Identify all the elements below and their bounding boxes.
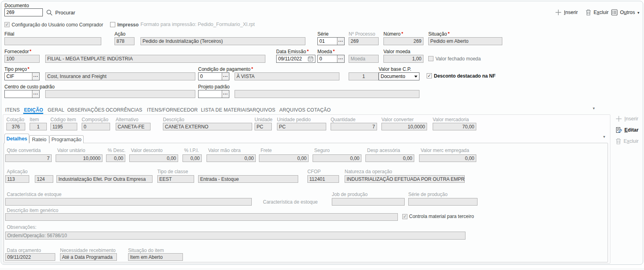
valor-base-cp-select[interactable]: Documento [379, 72, 419, 80]
valor-merc-empregada-label: Valor merc empregada [421, 148, 469, 153]
excluir-button[interactable]: Excluir [586, 9, 609, 16]
serie-input[interactable]: 01 ··· [317, 37, 345, 45]
descricao-input: CANETA EXTERNO [163, 123, 252, 130]
active-tab-underline [23, 113, 43, 114]
moeda-desc-input: Moeda [349, 55, 379, 63]
condicao-pagamento-code-input[interactable]: 0 ··· [198, 72, 229, 80]
controla-material-label: Controla material para terceiro [409, 214, 474, 219]
moeda-lookup-button[interactable]: ··· [337, 55, 344, 62]
unidade-pedido-input: PC [277, 123, 326, 130]
serie-producao-input [408, 198, 477, 206]
subtab-detalhes[interactable]: Detalhes [4, 134, 29, 143]
seguro-label: Seguro [314, 148, 330, 153]
tipo-preco-label: Tipo preço [4, 67, 29, 72]
tab-lista-materiais[interactable]: LISTA DE MATERIAIS [201, 107, 250, 113]
cotacao-label: Cotação [6, 117, 24, 122]
tab-edicao[interactable]: EDIÇÃO [24, 107, 43, 113]
projeto-desc-input [235, 90, 419, 98]
tab-itens[interactable]: ITENS [5, 107, 20, 113]
trash-icon [586, 9, 591, 16]
inserir-label: Inserir [564, 10, 578, 15]
data-orcamento-label: Data orçamento [7, 248, 41, 253]
desconto-nf-checkbox[interactable] [427, 73, 432, 78]
tab-arquivos-cotacao[interactable]: ARQUIVOS COTAÇÃO [279, 107, 331, 113]
documento-label: Documento [4, 3, 29, 8]
necessidade-recebimento-label: Necessidade recebimento [60, 248, 116, 253]
item-input: 1 [30, 123, 47, 130]
item-excluir-button[interactable]: Excluir [616, 138, 639, 144]
job-producao-label: Job de produção [332, 192, 367, 197]
subtab-rateio[interactable]: Rateio [29, 135, 49, 143]
serie-label: Série [317, 32, 329, 37]
valor-mercadoria-input: 70,00 [433, 123, 476, 130]
centro-custo-code-input[interactable]: ··· [4, 90, 40, 98]
qtde-convertida-input: 7 [5, 154, 52, 162]
numero-label: Número [383, 32, 403, 37]
tipo-classe-code-input: EEST [157, 175, 194, 183]
inserir-button[interactable]: Inserir [555, 9, 578, 16]
job-producao-input [332, 198, 405, 206]
procurar-label: Procurar [55, 10, 75, 16]
item-label: Item [30, 117, 39, 122]
tab-geral[interactable]: GERAL [48, 107, 64, 113]
documento-input[interactable]: 269 [4, 8, 43, 16]
cfop-input: 112401 [307, 175, 339, 183]
valor-moeda-label: Valor moeda [383, 49, 410, 54]
select-caret-icon [414, 76, 417, 78]
item-editar-label: Editar [624, 127, 638, 133]
calendar-icon[interactable] [308, 56, 313, 62]
impresso-checkbox[interactable] [110, 22, 115, 27]
required-dot [251, 67, 253, 69]
projeto-code-input[interactable]: ··· [198, 90, 229, 98]
header-collapse-caret[interactable]: ▾ [593, 106, 595, 110]
aplicacao-code1-input: 113 [5, 175, 29, 183]
situacao-input: Pedido em Aberto [428, 37, 502, 45]
plus-icon [555, 9, 562, 16]
outros-button[interactable]: Outros ▾ [611, 9, 640, 16]
projeto-lookup-button[interactable]: ··· [222, 90, 229, 98]
projeto-label: Projeto padrão [198, 84, 230, 90]
window-bottom-divider [0, 269, 644, 269]
data-emissao-input[interactable]: 09/11/2022 [276, 55, 315, 63]
subtab-programacao[interactable]: Programação [49, 135, 84, 143]
outros-caret-icon: ▾ [638, 10, 640, 15]
unidade-label: Unidade [255, 117, 273, 122]
situacao-label: Situação [428, 32, 449, 37]
descricao-generico-input [5, 213, 398, 221]
required-dot [30, 50, 31, 51]
seguro-input: 0,00 [313, 154, 361, 162]
list-icon [611, 9, 618, 16]
aplicacao-code2-input: 124 [35, 175, 53, 183]
natureza-operacao-input: INDUSTRIALIZAÇÃO EFETUADA POR OUTRA EMPR… [345, 175, 465, 183]
item-collapse-caret[interactable]: ▾ [603, 134, 605, 139]
moeda-label: Moeda [317, 49, 335, 54]
item-excluir-label: Excluir [624, 138, 639, 144]
item-editar-button[interactable]: Editar [616, 127, 638, 133]
outros-label: Outros [620, 10, 635, 15]
tab-arquivos[interactable]: ARQUIVOS [249, 107, 275, 113]
item-inserir-button[interactable]: Inserir [616, 116, 638, 122]
data-emissao-label: Data Emissão [276, 49, 309, 54]
tipo-preco-lookup-button[interactable]: ··· [32, 73, 39, 80]
valor-moeda-input: 1,00 [383, 55, 423, 63]
natureza-operacao-label: Natureza da operação [345, 169, 392, 174]
procurar-button[interactable]: Procurar [46, 9, 75, 16]
tab-observacoes[interactable]: OBSERVAÇÕES [67, 107, 104, 113]
tab-itens-fornecedor[interactable]: ITENS/FORNECEDOR [147, 107, 198, 113]
tab-ocorrencias[interactable]: OCORRÊNCIAS [106, 107, 142, 113]
valor-unitario-label: Valor unitário [57, 148, 85, 153]
required-dot [401, 32, 403, 34]
cfop-label: CFOP [307, 169, 321, 174]
desp-acessoria-label: Desp acessória [367, 148, 400, 153]
moeda-code-input[interactable]: 0 ··· [317, 55, 345, 63]
tipo-classe-label: Tipo de classe [157, 169, 188, 174]
valor-unitario-input: 10,0000 [56, 154, 102, 162]
desconto-nf-label: Desconto destacado na NF [434, 73, 496, 79]
perc-ipi-input: 0,00 [183, 154, 202, 162]
situacao-item-label: Situação do item [128, 248, 164, 253]
serie-lookup-button[interactable]: ··· [337, 38, 344, 45]
frete-label: Frete [261, 148, 272, 153]
tipo-preco-code-input[interactable]: CIF ··· [4, 72, 40, 80]
condicao-pagamento-lookup-button[interactable]: ··· [222, 73, 229, 80]
centro-custo-lookup-button[interactable]: ··· [32, 90, 39, 98]
